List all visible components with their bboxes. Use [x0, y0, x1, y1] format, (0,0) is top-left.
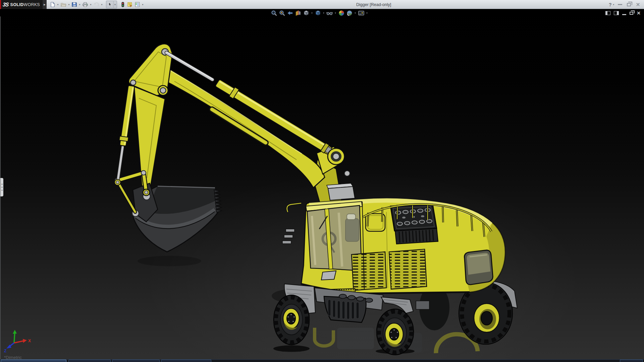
- triad-x-axis: [23, 339, 27, 343]
- boom-arm[interactable]: [157, 68, 341, 188]
- save-button[interactable]: [71, 1, 78, 8]
- graphics-viewport[interactable]: ▾ ▾ ▾: [0, 9, 644, 362]
- edit-appearance-sphere-icon: [338, 10, 345, 16]
- solidworks-logo: 3S SOLIDWORKS: [0, 0, 43, 9]
- titlebar-controls: ? ▾ ✕: [609, 0, 641, 9]
- save-floppy-icon: [71, 2, 77, 7]
- hide-show-dropdown[interactable]: ▾: [334, 12, 337, 14]
- open-button[interactable]: [60, 1, 67, 8]
- wordmark-bold: SOLID: [10, 2, 24, 7]
- select-tool-button[interactable]: [107, 1, 113, 8]
- print-icon: [82, 2, 88, 7]
- toggle-left-pane-button[interactable]: [605, 11, 610, 15]
- traffic-light-icon: [120, 2, 125, 7]
- print-button[interactable]: [82, 1, 89, 8]
- annotation-note-button[interactable]: [126, 1, 133, 8]
- traffic-light-button[interactable]: [120, 1, 126, 8]
- open-folder-icon: [60, 2, 66, 7]
- taskbar-tray[interactable]: [620, 360, 643, 362]
- collapse-arrow-icon: ◂: [1, 186, 2, 188]
- view-settings-dropdown[interactable]: ▾: [366, 12, 368, 14]
- taskbar-button[interactable]: [161, 360, 211, 362]
- print-dropdown[interactable]: ▾: [89, 1, 92, 8]
- view-orientation-dropdown[interactable]: ▾: [311, 12, 313, 14]
- taskbar-button-active[interactable]: [1, 360, 66, 362]
- view-orientation-button[interactable]: [303, 10, 310, 17]
- roof-equipment-box[interactable]: [327, 183, 355, 200]
- rear-window: [465, 250, 493, 285]
- edit-appearance-button[interactable]: [338, 10, 345, 17]
- apply-scene-button[interactable]: [346, 10, 353, 17]
- select-cursor-icon: [107, 2, 113, 7]
- document-restore-button[interactable]: [630, 12, 633, 15]
- open-dropdown[interactable]: ▾: [67, 1, 70, 8]
- document-window-controls: ✕: [605, 10, 641, 16]
- new-document-dropdown[interactable]: ▾: [56, 1, 59, 8]
- new-document-button[interactable]: [49, 1, 56, 8]
- taskbar-button[interactable]: [112, 360, 160, 362]
- collapse-arrow-icon: ◂: [1, 189, 2, 191]
- save-dropdown[interactable]: ▾: [78, 1, 81, 8]
- restore-button[interactable]: [626, 1, 632, 8]
- triad-z-label: Z: [4, 349, 6, 353]
- apply-scene-dropdown[interactable]: ▾: [354, 12, 357, 14]
- wordmark-light: WORKS: [23, 2, 40, 7]
- document-title: Digger [Read-only]: [356, 0, 391, 9]
- help-dropdown[interactable]: ▾: [613, 3, 614, 6]
- hide-show-glasses-icon: [326, 10, 333, 16]
- display-style-dropdown[interactable]: ▾: [322, 12, 325, 14]
- front-right-wheel[interactable]: [377, 309, 414, 355]
- document-close-button[interactable]: ✕: [637, 11, 641, 15]
- annotation-note-icon: [127, 2, 133, 7]
- dassault-3s-logo-icon: 3S: [2, 2, 9, 8]
- front-left-wheel[interactable]: [274, 295, 309, 345]
- taskbar-button[interactable]: [68, 360, 111, 362]
- reference-triad[interactable]: X Z: [1, 329, 34, 354]
- title-bar: 3S SOLIDWORKS ▶ ▾ ▾: [0, 0, 644, 9]
- cylinder-anchor-pin: [130, 80, 136, 85]
- close-button[interactable]: ✕: [635, 1, 641, 8]
- apply-scene-icon: [346, 10, 353, 16]
- model-render: [0, 9, 644, 362]
- view-orientation-cube-icon: [303, 10, 310, 16]
- help-button[interactable]: ?: [609, 2, 612, 7]
- heads-up-view-toolbar: ▾ ▾ ▾: [270, 9, 368, 17]
- document-minimize-button[interactable]: [622, 14, 626, 15]
- options-checklist-icon: [135, 2, 140, 7]
- boom-stick-pin: [160, 87, 166, 93]
- options-dropdown[interactable]: ▾: [141, 1, 144, 8]
- toggle-right-pane-button[interactable]: [614, 11, 619, 15]
- zoom-to-area-icon: [279, 10, 285, 16]
- view-settings-button[interactable]: [358, 10, 365, 17]
- triad-y-axis: [13, 330, 17, 334]
- section-view-icon: [295, 10, 302, 16]
- triad-x-label: X: [28, 339, 31, 343]
- view-settings-icon: [358, 10, 365, 16]
- select-tool-group: ▾: [106, 1, 117, 8]
- solidworks-wordmark: SOLIDWORKS: [10, 2, 40, 7]
- hide-show-items-button[interactable]: [326, 10, 333, 17]
- options-checklist-button[interactable]: [134, 1, 141, 8]
- minimize-button[interactable]: [616, 1, 623, 8]
- previous-view-button[interactable]: [286, 10, 293, 17]
- section-view-button[interactable]: [294, 10, 302, 17]
- zoom-to-fit-icon: [271, 10, 277, 16]
- windows-taskbar-edge: [0, 359, 644, 362]
- stick-cylinder[interactable]: [113, 85, 136, 186]
- collapse-arrow-icon: ◂: [1, 183, 2, 185]
- display-style-button[interactable]: [314, 10, 321, 17]
- zoom-to-fit-button[interactable]: [270, 10, 277, 17]
- display-style-cube-icon: [315, 10, 321, 16]
- feature-manager-collapsed-tab[interactable]: ◂ ◂ ◂: [0, 178, 3, 196]
- undo-button[interactable]: [93, 1, 100, 8]
- undo-arrow-icon: [93, 2, 99, 7]
- select-tool-dropdown[interactable]: ▾: [113, 1, 116, 8]
- zoom-to-area-button[interactable]: [278, 10, 285, 17]
- main-toolbar: ▾ ▾ ▾ ▾: [49, 0, 144, 9]
- undo-dropdown[interactable]: ▾: [100, 1, 103, 8]
- menu-expand-arrow[interactable]: ▶: [43, 0, 47, 9]
- previous-view-icon: [287, 10, 293, 16]
- new-document-icon: [50, 2, 55, 7]
